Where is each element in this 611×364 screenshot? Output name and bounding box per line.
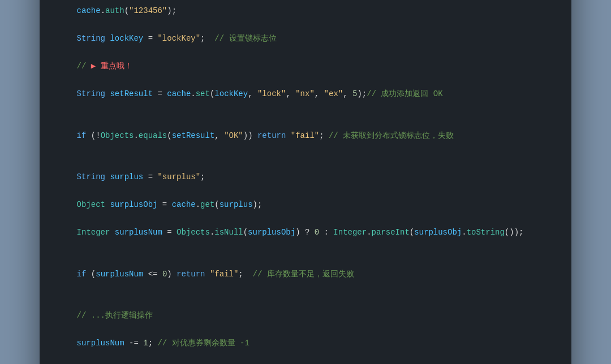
code-editor: @GetMapping("/acquire") public String ac… bbox=[40, 0, 571, 364]
code-window: @GetMapping("/acquire") public String ac… bbox=[40, 0, 571, 364]
